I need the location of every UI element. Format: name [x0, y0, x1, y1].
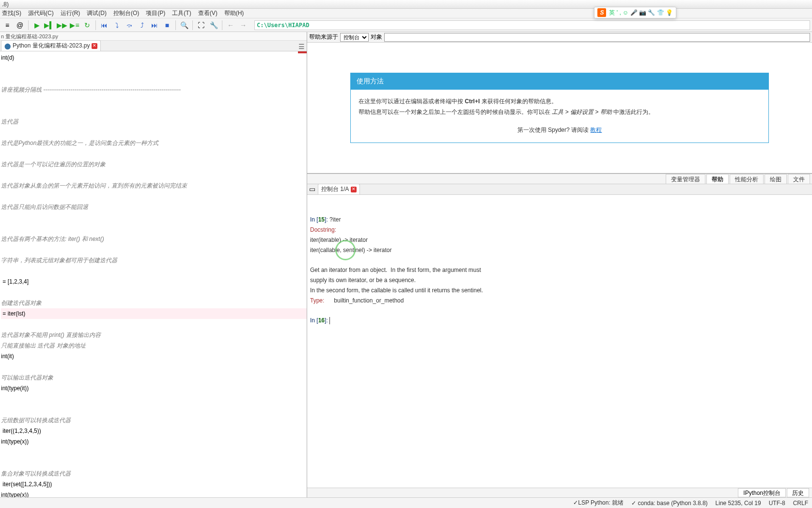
code-comment: 迭代是Python最强大的功能之一，是访问集合元素的一种方式	[1, 138, 307, 148]
type-key: Type:	[310, 297, 324, 304]
rerun-icon[interactable]: ↻	[82, 20, 93, 31]
console-tabbar: ▭ 控制台 1/A ✕	[307, 184, 812, 195]
debug-out-icon[interactable]: ⤴	[137, 20, 147, 31]
tab-history[interactable]: 历史	[787, 488, 809, 497]
code-line: iter((1,2,3,4,5))	[1, 428, 41, 434]
code-comment: 迭代器对象不能用 print() 直接输出内容	[1, 330, 307, 340]
code-comment: 字符串，列表或元组对象都可用于创建迭代器	[1, 255, 307, 266]
console-options-icon[interactable]: ▭	[307, 184, 317, 194]
tab-files[interactable]: 文件	[788, 174, 810, 184]
code-line: iter(set([1,2,3,4,5]))	[1, 481, 52, 488]
toolbar: ≡ @ ▶ ▶▍ ▶▶ ▶≡ ↻ ⏮ ⤵ ⤼ ⤴ ⏭ ■ 🔍 ⛶ 🔧 ← → C…	[0, 18, 812, 32]
console-tab[interactable]: 控制台 1/A ✕	[318, 184, 360, 194]
breadcrumb: n 量化编程基础-2023.py	[0, 32, 307, 41]
tab-plots[interactable]: 绘图	[765, 174, 787, 184]
status-conda[interactable]: ✓ conda: base (Python 3.8.8)	[631, 500, 707, 507]
debug-over-icon[interactable]: ⤼	[124, 20, 135, 31]
menu-help[interactable]: 帮助(H)	[224, 9, 244, 17]
tab-profiler[interactable]: 性能分析	[730, 174, 764, 184]
code-line: int(type(x))	[1, 438, 29, 445]
run-selection-icon[interactable]: ▶≡	[69, 20, 80, 31]
status-eol[interactable]: CRLF	[793, 500, 808, 507]
menu-run[interactable]: 运行(R)	[61, 9, 80, 17]
code-comment: 元组数据可以转换成迭代器	[1, 415, 307, 426]
prompt: In [	[310, 317, 318, 324]
menu-find[interactable]: 查找(S)	[2, 9, 21, 17]
forward-icon[interactable]: →	[238, 20, 249, 31]
status-line-col[interactable]: Line 5235, Col 19	[716, 500, 761, 507]
statusbar: ✓LSP Python: 就绪 ✓ conda: base (Python 3.…	[0, 497, 812, 508]
find-icon[interactable]: 🔍	[179, 20, 189, 31]
help-title: 使用方法	[351, 73, 768, 90]
code-comment: 迭代器只能向后访问数据不能回退	[1, 202, 307, 212]
code-line: = [1,2,3,4]	[1, 278, 29, 285]
tab-label: Python 量化编程基础-2023.py	[13, 42, 90, 50]
status-encoding[interactable]: UTF-8	[769, 500, 785, 507]
help-text: 中激活此行为。	[612, 109, 654, 115]
menu-console[interactable]: 控制台(O)	[113, 9, 139, 17]
editor-tab[interactable]: ⬤ Python 量化编程基础-2023.py ✕	[1, 40, 101, 51]
close-icon[interactable]: ✕	[351, 187, 357, 192]
sogou-logo-icon: S	[597, 8, 606, 17]
help-object-label: 对象	[371, 33, 382, 41]
tab-vars[interactable]: 变量管理器	[666, 174, 705, 184]
back-icon[interactable]: ←	[225, 20, 236, 31]
debug-continue-icon[interactable]: ⏭	[149, 20, 160, 31]
menu-view[interactable]: 查看(V)	[198, 9, 218, 17]
help-text: 来获得任何对象的帮助信息。	[480, 98, 557, 105]
tab-help[interactable]: 帮助	[706, 174, 729, 184]
separator	[192, 20, 193, 30]
help-object-input[interactable]	[384, 33, 810, 42]
tab-ipython[interactable]: IPython控制台	[738, 488, 786, 497]
menubar: 查找(S) 源代码(C) 运行(R) 调试(D) 控制台(O) 项目(P) 工具…	[0, 9, 812, 18]
help-pane: 使用方法 在这里你可以通过在编辑器或者终端中按 Ctrl+I 来获得任何对象的帮…	[307, 43, 812, 174]
debug-step-icon[interactable]: ⏮	[99, 20, 109, 31]
menu-tools[interactable]: 工具(T)	[172, 9, 191, 17]
hamburger-icon[interactable]: ☰	[298, 43, 305, 50]
help-source-combo[interactable]: 控制台	[340, 33, 369, 42]
code-line: int(it)	[1, 353, 14, 360]
doc-text: iter(callable, sentinel) -> iterator	[310, 247, 391, 254]
menu-project[interactable]: 项目(P)	[146, 9, 165, 17]
code-line: int(d)	[1, 54, 14, 61]
window-titlebar: .8)	[0, 0, 812, 9]
separator	[175, 20, 176, 30]
code-editor[interactable]: int(d) 讲座视频分隔线 -------------------------…	[0, 51, 307, 497]
window-title: .8)	[2, 1, 9, 8]
separator	[28, 20, 29, 30]
at-icon[interactable]: @	[15, 20, 25, 31]
code-comment: 可以输出迭代器对象	[1, 372, 307, 383]
code-comment: 迭代器	[1, 116, 307, 127]
maximize-icon[interactable]: ⛶	[196, 20, 206, 31]
ime-toolbar[interactable]: S 英 ' , ☺ 🎤 📷 🔧 👕 💡	[594, 7, 676, 18]
doc-text: iter(iterable) -> iterator	[310, 237, 368, 243]
working-dir-path[interactable]: C:\Users\HIAPAD	[254, 20, 810, 30]
code-comment: 迭代器有两个基本的方法: iter() 和 next()	[1, 234, 307, 244]
code-comment: 迭代器对象从集合的第一个元素开始访问，直到所有的元素被访问完结束	[1, 180, 307, 191]
run-cell-icon[interactable]: ▶▍	[44, 20, 55, 31]
prompt-num: 16	[318, 317, 325, 324]
ime-status: 英 ' , ☺ 🎤 📷 🔧 👕 💡	[609, 9, 673, 17]
doc-text: supply its own iterator, or be a sequenc…	[310, 277, 416, 284]
help-shortcut: Ctrl+I	[465, 98, 480, 105]
cursor	[329, 317, 330, 324]
help-text: 在这里你可以通过在编辑器或者终端中按	[359, 98, 465, 105]
outdent-icon[interactable]: ≡	[2, 20, 13, 31]
help-toolbar: 帮助来源于 控制台 对象	[307, 32, 812, 43]
close-icon[interactable]: ✕	[92, 43, 97, 49]
debug-into-icon[interactable]: ⤵	[111, 20, 122, 31]
run-cell-advance-icon[interactable]: ▶▶	[57, 20, 67, 31]
prompt: ]:	[325, 317, 329, 324]
ipython-console[interactable]: In [15]: ?iter Docstring: iter(iterable)…	[307, 195, 812, 488]
debug-stop-icon[interactable]: ■	[162, 20, 172, 31]
help-box: 使用方法 在这里你可以通过在编辑器或者终端中按 Ctrl+I 来获得任何对象的帮…	[350, 73, 769, 143]
help-path: 工具 > 偏好设置 > 帮助	[552, 109, 611, 115]
menu-debug[interactable]: 调试(D)	[87, 9, 107, 17]
menu-source[interactable]: 源代码(C)	[28, 9, 54, 17]
console-input: ?iter	[329, 216, 341, 223]
tutorial-link[interactable]: 教程	[590, 127, 602, 133]
run-icon[interactable]: ▶	[31, 20, 42, 31]
status-lsp: ✓LSP Python: 就绪	[573, 499, 624, 507]
settings-icon[interactable]: 🔧	[208, 20, 219, 31]
tab-label: 控制台 1/A	[321, 185, 349, 193]
